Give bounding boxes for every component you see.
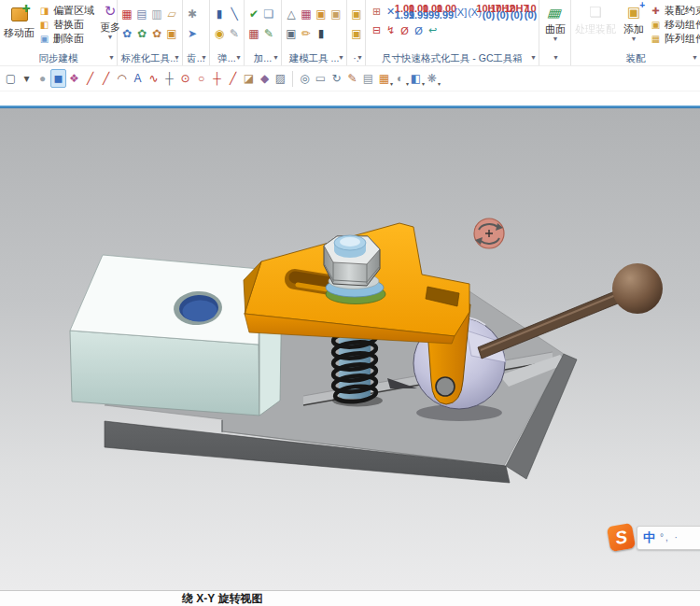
layer-settings-icon[interactable]: ▤ bbox=[360, 69, 376, 88]
move-component-button[interactable]: ▣移动组件 bbox=[650, 18, 700, 32]
std-stack-icon[interactable]: ▤ bbox=[134, 4, 149, 23]
add-box-icon[interactable]: ❏ bbox=[261, 4, 276, 23]
select-scope-dropdown[interactable]: ▾ bbox=[19, 69, 35, 88]
rotate-view-icon[interactable]: ↻ bbox=[329, 69, 344, 88]
tiny-gold-box-icon[interactable]: ▣ bbox=[349, 4, 364, 23]
snap-facet-body-icon[interactable]: ▨ bbox=[273, 69, 288, 88]
snap-pole-icon[interactable]: A bbox=[130, 69, 146, 88]
group-label-dim-format[interactable]: 尺寸快速格式化工具 - GC工具箱▼ bbox=[366, 51, 539, 65]
std-flower-green-icon[interactable]: ✿ bbox=[134, 23, 149, 43]
modeling-square-icon[interactable]: ▣ bbox=[284, 23, 299, 43]
spring-pen-icon[interactable]: ╲ bbox=[227, 4, 242, 23]
surface-button[interactable]: ▦ 曲面 ▼ bbox=[541, 2, 569, 42]
spring-coil-icon[interactable]: ◉ bbox=[212, 23, 227, 43]
render-style-icon[interactable]: ◐▾ bbox=[392, 69, 408, 88]
add-pen-icon[interactable]: ✎ bbox=[261, 23, 276, 43]
toolbar-separator bbox=[292, 71, 293, 87]
3d-viewport-canvas[interactable] bbox=[0, 108, 700, 590]
std-barrel-icon[interactable]: ▥ bbox=[149, 4, 164, 23]
snap-bounded-plane-icon[interactable]: ◆ bbox=[257, 69, 273, 88]
dim-fit-3[interactable]: 10H7(0) bbox=[510, 4, 524, 21]
group-surface: ▦ 曲面 ▼ ▼ bbox=[539, 0, 571, 65]
add-component-button[interactable]: ▣+ 添加 ▼ bbox=[620, 2, 648, 42]
dim-bracket-icon[interactable]: [X] bbox=[454, 4, 468, 21]
ime-extra-icons[interactable]: °, · bbox=[660, 532, 679, 543]
ime-bar: 中 °, · bbox=[637, 526, 700, 550]
dim-fit-4[interactable]: 10(0) bbox=[524, 4, 538, 21]
snap-point-icon[interactable]: ❖ bbox=[66, 69, 82, 88]
snap-point-on-face-icon[interactable]: ◪ bbox=[241, 69, 257, 88]
snap-midpoint-icon[interactable]: ╱ bbox=[98, 69, 114, 88]
dim-edit-icon[interactable]: ⊟ bbox=[370, 22, 384, 39]
move-face-button[interactable]: ✚ 移动面 bbox=[2, 2, 36, 41]
modeling-triangle-icon[interactable]: △ bbox=[284, 4, 299, 23]
dim-format-4[interactable]: 1.00.99 bbox=[440, 4, 454, 21]
snap-intersection-icon[interactable]: ┼ bbox=[209, 69, 225, 88]
replace-face-button[interactable]: ◧替换面 bbox=[38, 18, 94, 32]
ime-logo-icon[interactable]: S bbox=[607, 523, 636, 552]
gear-pin-icon[interactable]: ➤ bbox=[185, 23, 200, 43]
spring-brush-icon[interactable]: ✎ bbox=[227, 23, 242, 43]
select-scope-icon[interactable]: ▢ bbox=[3, 69, 19, 88]
std-frame-icon[interactable]: ▦ bbox=[119, 4, 134, 23]
offset-region-button[interactable]: ◨偏置区域 bbox=[38, 4, 94, 18]
group-label-surface[interactable]: ▼ bbox=[539, 51, 570, 65]
spring[interactable] bbox=[332, 329, 383, 406]
delete-face-button[interactable]: ▣删除面 bbox=[38, 32, 94, 46]
std-flower-orange-icon[interactable]: ✿ bbox=[149, 23, 164, 43]
dim-dia-blue-icon[interactable]: Ø bbox=[412, 22, 426, 39]
process-assembly-label: 处理装配 bbox=[575, 22, 616, 36]
snap-point-on-curve-icon[interactable]: ╱ bbox=[225, 69, 241, 88]
std-robot-icon[interactable]: ▣ bbox=[164, 23, 179, 43]
fit-view-icon[interactable]: ▭ bbox=[313, 69, 329, 88]
assembly-constraints-button[interactable]: ✚装配约束 bbox=[650, 4, 700, 18]
modeling-badge-icon[interactable]: ▮ bbox=[314, 23, 329, 43]
group-label-misc[interactable]: ·.▼ bbox=[347, 51, 365, 65]
handle[interactable] bbox=[478, 263, 663, 359]
group-std-tools: ▦▤▥▱✿✿✿▣ 标准化工具...▼ bbox=[118, 0, 183, 65]
group-label-add[interactable]: 加...▼ bbox=[245, 51, 281, 65]
dim-row-2: ⊟↯ØØ↩ bbox=[366, 21, 539, 39]
spring-block-icon[interactable]: ▮ bbox=[212, 4, 227, 23]
view-orientation-icon[interactable]: ◧▾ bbox=[408, 69, 424, 88]
snap-arc-center-icon[interactable]: ⊙ bbox=[177, 69, 193, 88]
visual-effects-icon[interactable]: ❋▾ bbox=[424, 69, 440, 88]
modeling-box-red-icon[interactable]: ▣ bbox=[314, 4, 329, 23]
dim-leader-icon[interactable]: ↯ bbox=[384, 22, 398, 39]
group-add-tools: ✔❏▦✎ 加...▼ bbox=[245, 0, 282, 65]
group-label-modeling-tools[interactable]: 建模工具 ...▼ bbox=[282, 51, 346, 65]
process-assembly-button[interactable]: ❏ 处理装配 bbox=[573, 2, 618, 37]
add-grid-icon[interactable]: ▦ bbox=[246, 23, 261, 43]
modeling-pencil-icon[interactable]: ✏ bbox=[299, 23, 314, 43]
snap-spline-point-icon[interactable]: ∿ bbox=[146, 69, 161, 88]
show-hide-icon[interactable]: ● bbox=[35, 69, 50, 88]
tiny-gold-box2-icon[interactable]: ▣ bbox=[349, 23, 364, 43]
group-label-assembly[interactable]: 装配▼ bbox=[571, 51, 700, 65]
edit-object-display-icon[interactable]: ✎ bbox=[344, 69, 360, 88]
pattern-component-button[interactable]: ▦阵列组件 bbox=[650, 32, 700, 46]
dim-undo-icon[interactable]: ↩ bbox=[426, 22, 440, 39]
bolt-cap bbox=[334, 235, 366, 258]
modeling-box-icon[interactable]: ▣ bbox=[329, 4, 343, 23]
group-label-sync-modeling[interactable]: 同步建模▼ bbox=[0, 51, 117, 65]
bolt-nut-stack[interactable] bbox=[324, 235, 385, 304]
std-hand-icon[interactable]: ▱ bbox=[164, 4, 179, 23]
snap-control-point-icon[interactable]: ◠ bbox=[114, 69, 130, 88]
snap-quadrant-icon[interactable]: ┼ bbox=[161, 69, 177, 88]
ime-mode-toggle[interactable]: 中 bbox=[643, 529, 655, 546]
snap-circle-icon[interactable]: ○ bbox=[193, 69, 209, 88]
std-flower-blue-icon[interactable]: ✿ bbox=[119, 23, 134, 43]
snap-endpoint-icon[interactable]: ╱ bbox=[82, 69, 98, 88]
add-check-icon[interactable]: ✔ bbox=[246, 4, 261, 23]
modeling-window-icon[interactable]: ▦ bbox=[299, 4, 314, 23]
dim-dia-red-icon[interactable]: Ø bbox=[398, 22, 412, 39]
group-label-gear[interactable]: 齿...▼ bbox=[183, 51, 209, 65]
group-label-std-tools[interactable]: 标准化工具...▼ bbox=[118, 51, 182, 65]
group-label-spring[interactable]: 弹...▼ bbox=[210, 51, 244, 65]
zoom-window-icon[interactable]: ◎ bbox=[297, 69, 313, 88]
dim-style-icon[interactable]: ⊞ bbox=[370, 4, 384, 21]
grid-display-icon[interactable]: ▦▾ bbox=[376, 69, 392, 88]
gear-modeling-icon[interactable]: ✱ bbox=[185, 4, 200, 23]
solid-body-filter-icon[interactable]: ◼ bbox=[50, 69, 66, 88]
graphics-viewport[interactable]: S 中 °, · bbox=[0, 108, 700, 590]
